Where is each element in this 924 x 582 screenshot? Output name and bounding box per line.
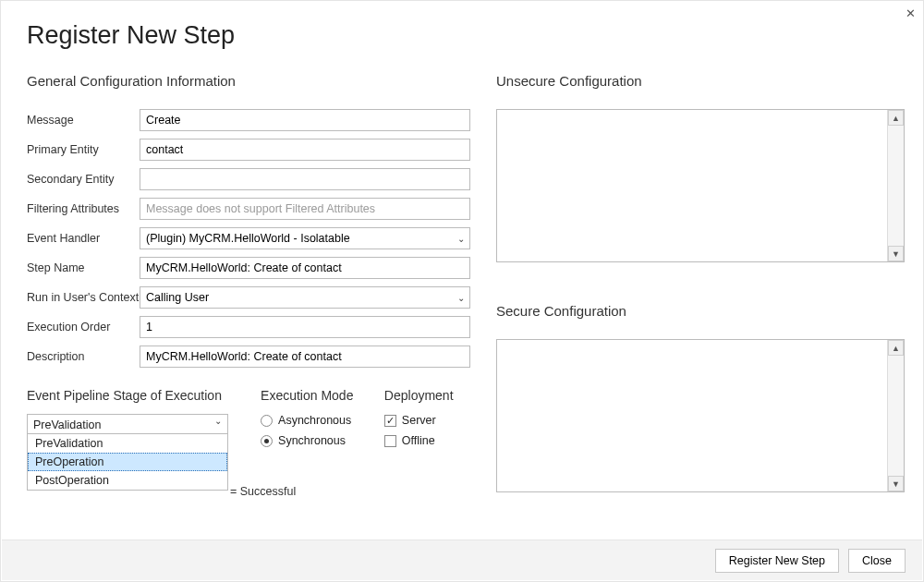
checkbox-icon: [384, 435, 396, 447]
unsecure-config-textarea[interactable]: ▲ ▼: [496, 109, 905, 262]
label-event-handler: Event Handler: [27, 232, 140, 245]
label-message: Message: [27, 114, 140, 127]
pipeline-option-prevalidation[interactable]: PreValidation: [28, 434, 227, 453]
input-execution-order[interactable]: [140, 316, 470, 338]
checkbox-icon: [384, 415, 396, 427]
checkbox-offline-label: Offline: [402, 434, 435, 447]
unsecure-config-heading: Unsecure Configuration: [496, 73, 905, 89]
input-step-name[interactable]: [140, 257, 470, 279]
row-event-handler: Event Handler ⌄: [27, 227, 470, 249]
sub-sections: Event Pipeline Stage of Execution PreVal…: [27, 388, 470, 455]
label-secondary-entity: Secondary Entity: [27, 173, 140, 186]
secure-config-section: Secure Configuration ▲ ▼: [496, 303, 905, 492]
row-primary-entity: Primary Entity: [27, 139, 470, 161]
scroll-down-icon[interactable]: ▼: [888, 476, 904, 491]
label-run-context: Run in User's Context: [27, 291, 140, 304]
label-description: Description: [27, 350, 140, 363]
dialog-window: ✕ Register New Step General Configuratio…: [0, 0, 924, 582]
pipeline-option-preoperation[interactable]: PreOperation: [28, 453, 227, 471]
input-filtering-attributes[interactable]: [140, 198, 470, 220]
select-run-context[interactable]: ⌄: [140, 286, 470, 309]
status-trailing-text: = Successful: [230, 485, 296, 498]
input-message[interactable]: [140, 109, 470, 131]
input-secondary-entity[interactable]: [140, 168, 470, 190]
input-run-context[interactable]: [140, 286, 470, 309]
row-execution-order: Execution Order: [27, 316, 470, 338]
input-primary-entity[interactable]: [140, 139, 470, 161]
close-icon[interactable]: ✕: [906, 6, 916, 20]
radio-sync-label: Synchronous: [278, 434, 346, 447]
row-step-name: Step Name: [27, 257, 470, 279]
secure-config-heading: Secure Configuration: [496, 303, 905, 319]
scrollbar[interactable]: ▲ ▼: [887, 340, 904, 491]
scroll-up-icon[interactable]: ▲: [888, 340, 904, 356]
label-execution-order: Execution Order: [27, 321, 140, 333]
checkbox-server[interactable]: Server: [384, 414, 470, 427]
checkbox-server-label: Server: [402, 414, 436, 427]
row-secondary-entity: Secondary Entity: [27, 168, 470, 190]
pipeline-section: Event Pipeline Stage of Execution PreVal…: [27, 388, 240, 455]
secure-config-textarea[interactable]: ▲ ▼: [496, 339, 905, 492]
deployment-section: Deployment Server Offline: [384, 388, 470, 455]
scroll-down-icon[interactable]: ▼: [888, 246, 904, 261]
register-button[interactable]: Register New Step: [715, 549, 839, 573]
pipeline-dropdown[interactable]: PreValidation PreOperation PostOperation: [27, 433, 228, 491]
pipeline-selected-value: PreValidation: [33, 418, 101, 431]
radio-icon: [261, 435, 273, 447]
config-column: Unsecure Configuration ▲ ▼ Secure Config…: [496, 73, 905, 492]
execution-mode-section: Execution Mode Asynchronous Synchronous: [261, 388, 364, 455]
row-run-context: Run in User's Context ⌄: [27, 286, 470, 309]
pipeline-option-postoperation[interactable]: PostOperation: [28, 471, 227, 490]
row-description: Description: [27, 346, 470, 368]
general-config-section: General Configuration Information Messag…: [27, 73, 470, 455]
scroll-up-icon[interactable]: ▲: [888, 110, 904, 126]
label-filtering-attributes: Filtering Attributes: [27, 202, 140, 215]
general-config-heading: General Configuration Information: [27, 73, 470, 89]
scrollbar[interactable]: ▲ ▼: [887, 110, 904, 261]
dialog-footer: Register New Step Close: [2, 540, 922, 580]
row-filtering-attributes: Filtering Attributes: [27, 198, 470, 220]
close-button[interactable]: Close: [848, 549, 906, 573]
input-description[interactable]: [140, 346, 470, 368]
unsecure-config-section: Unsecure Configuration ▲ ▼: [496, 73, 905, 262]
checkbox-offline[interactable]: Offline: [384, 434, 470, 447]
select-event-handler[interactable]: ⌄: [140, 227, 470, 249]
dialog-title: Register New Step: [27, 21, 235, 50]
radio-asynchronous[interactable]: Asynchronous: [261, 414, 364, 427]
pipeline-heading: Event Pipeline Stage of Execution: [27, 388, 240, 403]
radio-async-label: Asynchronous: [278, 414, 351, 427]
radio-icon: [261, 415, 273, 427]
chevron-down-icon: ⌄: [214, 415, 222, 425]
row-message: Message: [27, 109, 470, 131]
input-event-handler[interactable]: [140, 227, 470, 249]
deployment-heading: Deployment: [384, 388, 470, 403]
label-primary-entity: Primary Entity: [27, 143, 140, 156]
execution-mode-heading: Execution Mode: [261, 388, 364, 403]
radio-synchronous[interactable]: Synchronous: [261, 434, 364, 447]
label-step-name: Step Name: [27, 261, 140, 274]
